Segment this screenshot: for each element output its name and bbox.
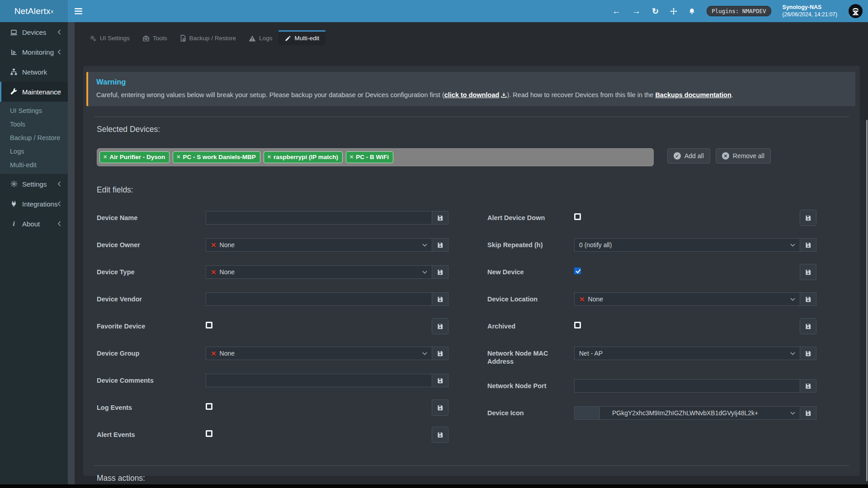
device-group-select[interactable]: ✕ None — [206, 347, 432, 360]
sidebar-subitem-multi-edit[interactable]: Multi-edit — [0, 158, 68, 172]
tab-backup-restore[interactable]: Backup / Restore — [174, 30, 243, 45]
clear-selection-icon[interactable]: ✕ — [579, 296, 585, 303]
sidebar-item-label: Network — [22, 68, 47, 76]
tab-multi-edit[interactable]: Multi-edit — [278, 30, 326, 45]
remove-tag-icon[interactable]: ✕ — [267, 154, 271, 160]
clear-selection-icon[interactable]: ✕ — [211, 350, 217, 357]
warning-callout: Warning Careful, entering wrong values b… — [86, 72, 855, 106]
skip-repeated-h-select[interactable]: 0 (notify all) — [574, 238, 800, 252]
device-tag-label: PC - B WiFi — [356, 154, 389, 160]
device-type-select[interactable]: ✕ None — [206, 265, 432, 279]
device-tag-pc-b-wifi: ✕PC - B WiFi — [346, 151, 393, 163]
page-scrollbar-thumb[interactable] — [866, 120, 868, 481]
nav-forward-icon[interactable]: → — [632, 7, 641, 15]
network-node-mac-address-save-button[interactable] — [800, 347, 816, 360]
network-node-mac-address-select[interactable]: Net - AP — [574, 347, 800, 360]
clear-selection-icon[interactable]: ✕ — [211, 242, 217, 249]
device-tag-air-purifier-dyson: ✕Air Purifier - Dyson — [99, 151, 170, 163]
content-scrollbar-track[interactable] — [68, 22, 75, 484]
log-events-save-button[interactable] — [432, 399, 448, 416]
sidebar-item-about[interactable]: iAbout — [0, 214, 68, 234]
device-icon-select[interactable]: PGkgY2xhc3M9ImZhIGZhLWNvbXB1dGVyIj48L2k+ — [574, 406, 800, 420]
network-node-port-input[interactable] — [574, 379, 800, 393]
field-label-device-vendor: Device Vendor — [97, 292, 206, 306]
chevron-left-icon — [57, 49, 61, 55]
device-tag-raspberrypi-ip-match: ✕raspberrypi (IP match) — [264, 151, 343, 163]
archived-save-button[interactable] — [800, 318, 816, 334]
download-icon — [501, 92, 507, 98]
network-node-port-save-button[interactable] — [800, 379, 816, 393]
device-location-select[interactable]: ✕ None — [574, 292, 800, 306]
device-type-save-button[interactable] — [432, 265, 448, 279]
add-all-button[interactable]: ✓ Add all — [667, 148, 710, 164]
alert-events-checkbox[interactable] — [206, 430, 212, 437]
device-vendor-input[interactable] — [206, 292, 432, 306]
refresh-icon[interactable]: ↻ — [652, 7, 659, 15]
tab-logs[interactable]: Logs — [242, 30, 278, 45]
device-name-input[interactable] — [206, 211, 432, 225]
tab-label: Backup / Restore — [189, 35, 236, 42]
remove-tag-icon[interactable]: ✕ — [103, 154, 107, 160]
sidebar-item-maintenance[interactable]: Maintenance — [0, 82, 68, 102]
sidebar-item-devices[interactable]: Devices — [0, 22, 68, 42]
device-comments-input[interactable] — [206, 374, 432, 387]
app-logo[interactable]: NetAlertxx — [0, 0, 68, 22]
sidebar-subitem-tools[interactable]: Tools — [0, 117, 68, 131]
device-tag-label: PC - S work Daniels-MBP — [183, 154, 255, 160]
sidebar-toggle-button[interactable] — [68, 0, 89, 22]
top-bar: NetAlertxx ← → ↻ Plugins: NMAPDEV Synolo… — [0, 0, 868, 22]
field-label-device-type: Device Type — [97, 265, 206, 279]
new-device-save-button[interactable] — [800, 264, 816, 280]
field-row-device-vendor: Device Vendor — [97, 292, 448, 306]
device-owner-select[interactable]: ✕ None — [206, 238, 432, 252]
device-comments-save-button[interactable] — [432, 374, 448, 387]
device-name-save-button[interactable] — [432, 211, 448, 225]
skip-repeated-h-save-button[interactable] — [800, 238, 816, 252]
chevron-left-icon — [57, 181, 61, 187]
move-icon[interactable] — [670, 8, 677, 15]
sidebar-subitem-ui-settings[interactable]: UI Settings — [0, 104, 68, 117]
alert-device-down-checkbox[interactable] — [574, 213, 581, 220]
select-chevron-icon — [790, 244, 795, 247]
remove-all-button[interactable]: ✕ Remove all — [716, 148, 771, 164]
alert-device-down-save-button[interactable] — [800, 210, 816, 226]
tab-ui-settings[interactable]: UI Settings — [83, 30, 136, 45]
archived-checkbox[interactable] — [574, 322, 581, 328]
alert-events-save-button[interactable] — [432, 427, 448, 443]
user-avatar[interactable] — [849, 4, 863, 18]
sidebar-subitem-backup-restore[interactable]: Backup / Restore — [0, 131, 68, 145]
brand-sup-x: x — [51, 9, 54, 14]
brand-text: NetAlert — [14, 6, 46, 16]
tab-label: Multi-edit — [294, 35, 319, 42]
sidebar-item-settings[interactable]: Settings — [0, 174, 68, 194]
favorite-device-checkbox[interactable] — [206, 322, 212, 328]
device-location-save-button[interactable] — [800, 292, 816, 306]
device-vendor-save-button[interactable] — [432, 292, 448, 306]
download-backup-link[interactable]: click to download — [444, 91, 507, 99]
device-group-save-button[interactable] — [432, 347, 448, 360]
selected-devices-input[interactable]: ✕Air Purifier - Dyson✕PC - S work Daniel… — [97, 148, 654, 166]
favorite-device-save-button[interactable] — [432, 318, 448, 334]
sidebar-item-network[interactable]: Network — [0, 62, 68, 82]
divider — [94, 117, 849, 117]
tab-tools[interactable]: Tools — [136, 30, 174, 45]
log-events-checkbox[interactable] — [206, 403, 212, 410]
sidebar-item-integrations[interactable]: Integrations — [0, 194, 68, 214]
sidebar-subitem-logs[interactable]: Logs — [0, 145, 68, 158]
sidebar-item-monitoring[interactable]: Monitoring — [0, 42, 68, 62]
remove-tag-icon[interactable]: ✕ — [176, 154, 180, 160]
network-node-mac-address-selected-value: Net - AP — [579, 350, 603, 357]
field-label-alert-device-down: Alert Device Down — [487, 211, 574, 225]
plugins-status-badge[interactable]: Plugins: NMAPDEV — [707, 6, 771, 16]
device-tag-pc-s-work-daniels-mbp: ✕PC - S work Daniels-MBP — [173, 151, 260, 163]
clear-selection-icon[interactable]: ✕ — [211, 269, 217, 276]
new-device-checkbox[interactable] — [574, 267, 581, 274]
device-icon-save-button[interactable] — [800, 406, 816, 420]
backups-documentation-link[interactable]: Backups documentation — [655, 91, 731, 99]
remove-tag-icon[interactable]: ✕ — [349, 154, 354, 160]
host-time: (26/06/2024, 14:21:07) — [783, 11, 837, 18]
device-owner-save-button[interactable] — [432, 238, 448, 252]
bell-icon[interactable] — [689, 8, 695, 15]
nav-back-icon[interactable]: ← — [612, 7, 621, 15]
divider — [94, 465, 849, 466]
